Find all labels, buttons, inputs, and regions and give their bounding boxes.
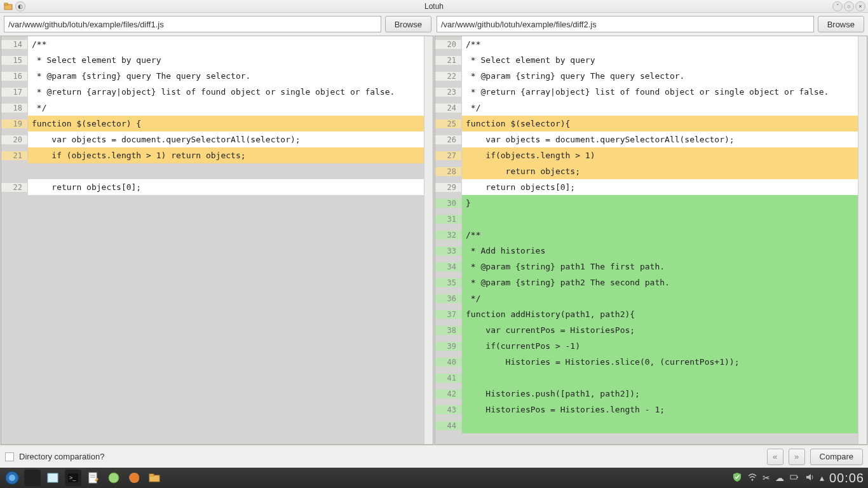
code-line[interactable]: 36 */ — [435, 290, 858, 306]
line-text: function $(selector) { — [28, 116, 424, 132]
code-line[interactable]: 37function addHistory(path1, path2){ — [435, 306, 858, 322]
directory-compare-checkbox[interactable] — [5, 452, 14, 461]
line-text: */ — [28, 100, 424, 116]
close-button[interactable]: × — [855, 1, 865, 11]
menu-icon[interactable]: ◐ — [15, 1, 25, 11]
scrollbar[interactable] — [858, 36, 867, 444]
line-number: 20 — [1, 135, 28, 144]
next-diff-button[interactable]: » — [789, 449, 805, 465]
line-number: 34 — [435, 262, 462, 271]
line-number: 21 — [1, 151, 28, 160]
code-line[interactable]: 24 */ — [435, 100, 858, 116]
left-code[interactable]: 14/**15 * Select element by query16 * @p… — [1, 36, 424, 195]
dropdown-icon[interactable]: ▴ — [820, 473, 824, 483]
line-text — [462, 370, 858, 386]
code-line[interactable] — [1, 163, 424, 179]
terminal-icon[interactable]: >_ — [65, 470, 81, 486]
line-text: * Select element by query — [462, 52, 858, 68]
right-path-input[interactable] — [437, 16, 814, 32]
minimize-button[interactable]: ˅ — [832, 1, 843, 11]
line-text: if (objects.length > 1) return objects; — [28, 147, 424, 163]
compare-button[interactable]: Compare — [810, 449, 863, 465]
code-line[interactable]: 16 * @param {string} query The query sel… — [1, 68, 424, 84]
code-line[interactable]: 19function $(selector) { — [1, 116, 424, 132]
maximize-button[interactable]: ○ — [844, 1, 854, 11]
scissors-icon[interactable]: ✂ — [763, 473, 770, 483]
right-code[interactable]: 20/**21 * Select element by query22 * @p… — [435, 36, 858, 433]
left-path-input[interactable] — [4, 16, 381, 32]
folder-open-icon[interactable] — [146, 470, 163, 486]
scrollbar[interactable] — [424, 36, 433, 444]
line-text: * @return {array|object} list of found o… — [462, 84, 858, 100]
code-line[interactable]: 23 * @return {array|object} list of foun… — [435, 84, 858, 100]
code-line[interactable]: 14/** — [1, 36, 424, 52]
code-line[interactable]: 38 var currentPos = HistoriesPos; — [435, 322, 858, 338]
volume-icon[interactable] — [804, 472, 815, 484]
code-line[interactable]: 43 HistoriesPos = Histories.length - 1; — [435, 402, 858, 417]
firefox-icon[interactable] — [126, 470, 142, 486]
code-line[interactable]: 29 return objects[0]; — [435, 179, 858, 195]
code-line[interactable]: 15 * Select element by query — [1, 52, 424, 68]
prev-diff-button[interactable]: « — [767, 449, 783, 465]
line-text: if(objects.length > 1) — [462, 147, 858, 163]
code-line[interactable]: 25function $(selector){ — [435, 116, 858, 132]
directory-compare-label: Directory comparation? — [19, 452, 104, 461]
wifi-icon[interactable] — [747, 472, 757, 484]
diff-area: 14/**15 * Select element by query16 * @p… — [0, 36, 868, 445]
start-menu-icon[interactable] — [4, 470, 20, 486]
left-browse-button[interactable]: Browse — [385, 16, 431, 32]
line-number: 14 — [1, 40, 28, 49]
code-line[interactable]: 21 * Select element by query — [435, 52, 858, 68]
line-text: function $(selector){ — [462, 116, 858, 132]
right-pane: 20/**21 * Select element by query22 * @p… — [435, 36, 867, 445]
battery-icon[interactable] — [789, 472, 799, 484]
shield-icon[interactable] — [732, 472, 742, 484]
code-line[interactable]: 31 — [435, 211, 858, 227]
line-text: Histories = Histories.slice(0, (currentP… — [462, 354, 858, 370]
line-text: /** — [462, 36, 858, 52]
code-line[interactable]: 30} — [435, 195, 858, 211]
line-text: */ — [462, 100, 858, 116]
line-number: 42 — [435, 390, 462, 398]
code-line[interactable]: 27 if(objects.length > 1) — [435, 147, 858, 163]
code-line[interactable]: 34 * @param {string} path1 The first pat… — [435, 259, 858, 274]
line-number: 30 — [435, 199, 462, 208]
code-line[interactable]: 44 — [435, 417, 858, 433]
line-text: * @param {string} path2 The second path. — [462, 274, 858, 290]
line-number: 23 — [435, 88, 462, 97]
svg-rect-4 — [48, 473, 58, 482]
line-number: 15 — [1, 56, 28, 65]
code-line[interactable]: 41 — [435, 370, 858, 386]
code-line[interactable]: 32/** — [435, 227, 858, 243]
code-line[interactable]: 22 * @param {string} query The query sel… — [435, 68, 858, 84]
code-line[interactable]: 40 Histories = Histories.slice(0, (curre… — [435, 354, 858, 370]
code-line[interactable]: 33 * Add histories — [435, 243, 858, 259]
code-line[interactable]: 22 return objects[0]; — [1, 179, 424, 195]
text-editor-icon[interactable] — [85, 470, 102, 486]
globe-icon[interactable] — [105, 470, 122, 486]
code-line[interactable]: 18 */ — [1, 100, 424, 116]
code-line[interactable]: 20 var objects = document.querySelectorA… — [1, 132, 424, 147]
left-pane: 14/**15 * Select element by query16 * @p… — [1, 36, 433, 445]
file-manager-icon[interactable] — [44, 470, 61, 486]
titlebar: ◐ Lotuh ˅ ○ × — [0, 0, 868, 13]
cloud-icon[interactable]: ☁ — [775, 473, 784, 483]
svg-point-3 — [9, 475, 15, 481]
code-line[interactable]: 17 * @return {array|object} list of foun… — [1, 84, 424, 100]
line-text: var currentPos = HistoriesPos; — [462, 322, 858, 338]
line-text: Histories.push([path1, path2]); — [462, 386, 858, 402]
code-line[interactable]: 26 var objects = document.querySelectorA… — [435, 132, 858, 147]
right-browse-button[interactable]: Browse — [818, 16, 864, 32]
pathbar: Browse Browse — [0, 13, 868, 36]
line-text: if(currentPos > -1) — [462, 338, 858, 354]
code-line[interactable]: 20/** — [435, 36, 858, 52]
code-line[interactable]: 28 return objects; — [435, 163, 858, 179]
code-line[interactable]: 42 Histories.push([path1, path2]); — [435, 386, 858, 402]
line-text: */ — [462, 290, 858, 306]
code-line[interactable]: 35 * @param {string} path2 The second pa… — [435, 274, 858, 290]
line-number: 22 — [1, 183, 28, 192]
code-line[interactable]: 39 if(currentPos > -1) — [435, 338, 858, 354]
clock[interactable]: 00:06 — [829, 471, 864, 485]
code-line[interactable]: 21 if (objects.length > 1) return object… — [1, 147, 424, 163]
taskbar-app-icon[interactable] — [24, 470, 41, 486]
